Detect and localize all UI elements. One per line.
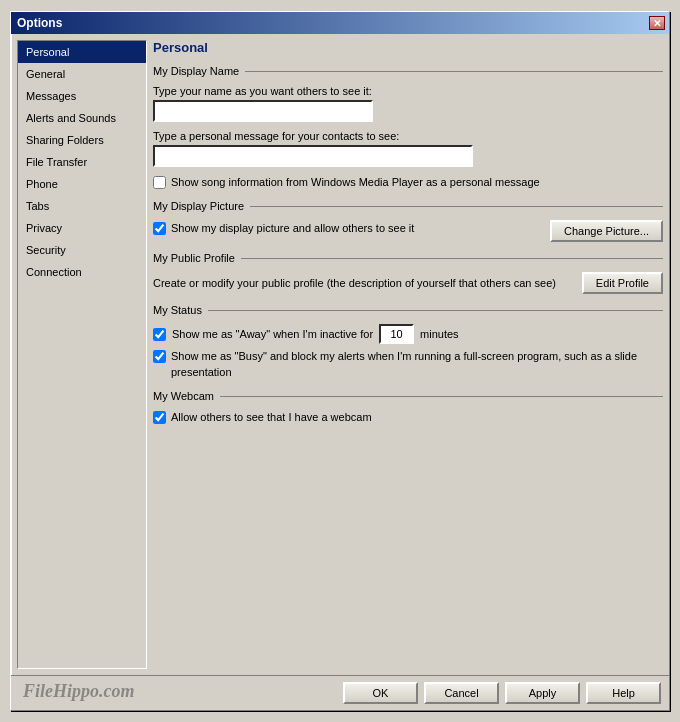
away-minutes-suffix: minutes <box>420 327 459 342</box>
picture-row: Show my display picture and allow others… <box>153 220 663 242</box>
apply-button[interactable]: Apply <box>505 682 580 704</box>
sidebar-item-phone[interactable]: Phone <box>18 173 146 195</box>
profile-row: Create or modify your public profile (th… <box>153 272 663 294</box>
show-picture-row: Show my display picture and allow others… <box>153 221 550 236</box>
busy-checkbox[interactable] <box>153 350 166 363</box>
content-area: Personal My Display Name Type your name … <box>153 40 663 669</box>
busy-status-row: Show me as "Busy" and block my alerts wh… <box>153 349 663 380</box>
window-title: Options <box>15 16 62 30</box>
help-button[interactable]: Help <box>586 682 661 704</box>
display-name-field-group: Type your name as you want others to see… <box>153 85 663 122</box>
ok-button[interactable]: OK <box>343 682 418 704</box>
sidebar-item-security[interactable]: Security <box>18 239 146 261</box>
personal-message-field-group: Type a personal message for your contact… <box>153 130 663 167</box>
away-minutes-input[interactable] <box>379 324 414 344</box>
sidebar-item-alerts[interactable]: Alerts and Sounds <box>18 107 146 129</box>
sidebar-item-messages[interactable]: Messages <box>18 85 146 107</box>
song-info-label: Show song information from Windows Media… <box>171 175 540 190</box>
sidebar-item-sharing[interactable]: Sharing Folders <box>18 129 146 151</box>
sidebar-item-filetransfer[interactable]: File Transfer <box>18 151 146 173</box>
away-status-row: Show me as "Away" when I'm inactive for … <box>153 324 663 344</box>
display-name-input[interactable] <box>153 100 373 122</box>
webcam-group: My Webcam Allow others to see that I hav… <box>153 390 663 425</box>
public-profile-group-label: My Public Profile <box>153 252 235 264</box>
sidebar-item-connection[interactable]: Connection <box>18 261 146 283</box>
status-group-label: My Status <box>153 304 202 316</box>
sidebar-item-privacy[interactable]: Privacy <box>18 217 146 239</box>
webcam-label: Allow others to see that I have a webcam <box>171 410 372 425</box>
display-picture-group-label: My Display Picture <box>153 200 244 212</box>
busy-label: Show me as "Busy" and block my alerts wh… <box>171 349 663 380</box>
profile-description: Create or modify your public profile (th… <box>153 276 572 291</box>
away-label: Show me as "Away" when I'm inactive for <box>172 327 373 342</box>
away-checkbox[interactable] <box>153 328 166 341</box>
bottom-wrapper: OK Cancel Apply Help FileHippo.com <box>11 675 669 710</box>
edit-profile-button[interactable]: Edit Profile <box>582 272 663 294</box>
sidebar-item-personal[interactable]: Personal <box>18 41 146 63</box>
display-name-label: Type your name as you want others to see… <box>153 85 663 97</box>
status-group: My Status Show me as "Away" when I'm ina… <box>153 304 663 380</box>
personal-message-input[interactable] <box>153 145 473 167</box>
show-picture-checkbox[interactable] <box>153 222 166 235</box>
webcam-checkbox[interactable] <box>153 411 166 424</box>
display-name-group: My Display Name Type your name as you wa… <box>153 65 663 190</box>
change-picture-button[interactable]: Change Picture... <box>550 220 663 242</box>
watermark: FileHippo.com <box>23 681 135 702</box>
title-bar: Options ✕ <box>11 12 669 34</box>
sidebar-item-tabs[interactable]: Tabs <box>18 195 146 217</box>
webcam-group-label: My Webcam <box>153 390 214 402</box>
display-name-group-label: My Display Name <box>153 65 239 77</box>
sidebar: Personal General Messages Alerts and Sou… <box>17 40 147 669</box>
display-picture-group: My Display Picture Show my display pictu… <box>153 200 663 242</box>
cancel-button[interactable]: Cancel <box>424 682 499 704</box>
window-body: Personal General Messages Alerts and Sou… <box>11 34 669 675</box>
close-button[interactable]: ✕ <box>649 16 665 30</box>
public-profile-group: My Public Profile Create or modify your … <box>153 252 663 294</box>
options-dialog: Options ✕ Personal General Messages Aler… <box>10 11 670 711</box>
section-title: Personal <box>153 40 663 55</box>
song-info-checkbox[interactable] <box>153 176 166 189</box>
sidebar-item-general[interactable]: General <box>18 63 146 85</box>
show-picture-label: Show my display picture and allow others… <box>171 221 414 236</box>
webcam-row: Allow others to see that I have a webcam <box>153 410 663 425</box>
personal-message-label: Type a personal message for your contact… <box>153 130 663 142</box>
song-info-row: Show song information from Windows Media… <box>153 175 663 190</box>
